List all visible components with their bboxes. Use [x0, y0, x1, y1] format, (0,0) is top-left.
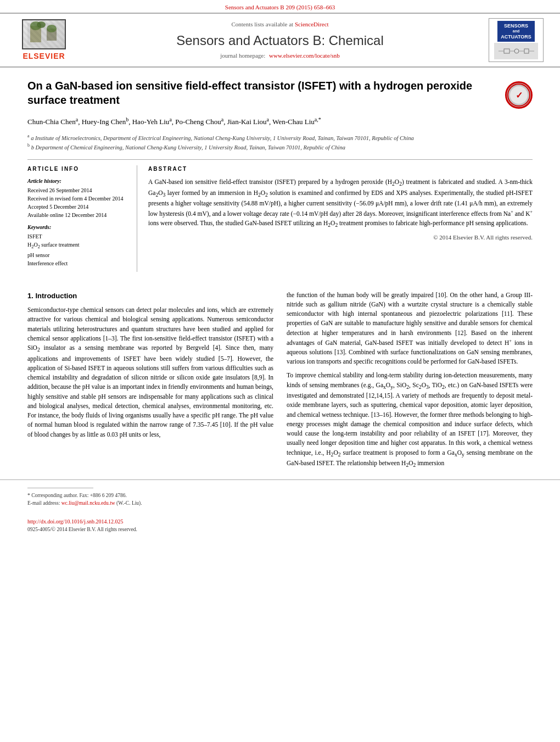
circuit-diagram — [496, 43, 537, 59]
sciencedirect-link[interactable]: ScienceDirect — [295, 21, 329, 27]
intro-paragraph-1: Semiconductor-type chemical sensors can … — [27, 305, 273, 439]
svg-rect-7 — [504, 49, 509, 53]
svg-point-9 — [514, 49, 519, 53]
doi-link[interactable]: http://dx.doi.org/10.1016/j.snb.2014.12.… — [27, 518, 124, 525]
svg-rect-1 — [30, 26, 41, 42]
affiliations: a a Institute of Microelectronics, Depar… — [27, 133, 533, 152]
footnote-section: * Corresponding author. Fax: +886 6 209 … — [0, 479, 560, 535]
abstract-text: A GaN-based ion sensitive field-effect t… — [148, 177, 533, 229]
main-content: 1. Introduction Semiconductor-type chemi… — [0, 291, 560, 475]
homepage-label: journal homepage: — [220, 52, 265, 59]
doi-line: http://dx.doi.org/10.1016/j.snb.2014.12.… — [27, 517, 533, 526]
svg-point-5 — [47, 25, 57, 32]
intro-paragraph-3: To improve chemical stability and long-t… — [287, 371, 533, 470]
abstract-title: ABSTRACT — [148, 165, 533, 173]
left-column: 1. Introduction Semiconductor-type chemi… — [27, 291, 273, 475]
svg-rect-0 — [27, 23, 60, 45]
email-label: E-mail address: — [27, 500, 61, 506]
right-column: the function of the human body will be g… — [287, 291, 533, 475]
svg-rect-4 — [47, 29, 57, 41]
footnote-corresponding-author: * Corresponding author. Fax: +886 6 209 … — [27, 492, 533, 507]
elsevier-tree-icon — [25, 20, 63, 48]
affiliation-b: b b Department of Chemical Engineering, … — [27, 142, 533, 152]
svg-point-3 — [37, 21, 46, 28]
svg-text:✓: ✓ — [516, 91, 523, 100]
section1-header: 1. Introduction — [27, 291, 273, 302]
journal-title: Sensors and Actuators B: Chemical — [82, 31, 478, 50]
homepage-url[interactable]: www.elsevier.com/locate/snb — [269, 52, 340, 59]
email-link[interactable]: wc.liu@mail.ncku.edu.tw — [61, 500, 115, 506]
journal-reference-bar: Sensors and Actuators B 209 (2015) 658–6… — [0, 0, 560, 13]
affiliation-a: a a Institute of Microelectronics, Depar… — [27, 133, 533, 142]
journal-center-info: Contents lists available at ScienceDirec… — [71, 20, 489, 60]
keywords-list: ISFET H2O2 surface treatment pH sensor I… — [27, 232, 129, 267]
page: Sensors and Actuators B 209 (2015) 658–6… — [0, 0, 560, 742]
contents-available-line: Contents lists available at ScienceDirec… — [82, 20, 478, 29]
svg-rect-11 — [524, 49, 529, 53]
history-dates: Received 26 September 2014 Received in r… — [27, 186, 129, 219]
article-info-title: ARTICLE INFO — [27, 165, 129, 173]
authors-line: Chun-Chia Chena, Huey-Ing Chenb, Hao-Yeh… — [27, 115, 533, 128]
journal-header: ELSEVIER Contents lists available at Sci… — [0, 13, 560, 68]
contents-text: Contents lists available at — [231, 21, 293, 27]
sensors-actuators-logo: SENSORS and ACTUATORS — [489, 18, 544, 62]
footnote-divider — [27, 488, 93, 488]
crossmark-icon: ✓ — [507, 83, 530, 107]
crossmark-logo: ✓ — [505, 81, 533, 109]
elsevier-brand-text: ELSEVIER — [23, 51, 65, 62]
sa-sensors-text: SENSORS — [501, 23, 531, 29]
article-info-panel: ARTICLE INFO Article history: Received 2… — [27, 165, 137, 271]
svg-point-2 — [30, 21, 41, 30]
abstract-copyright: © 2014 Elsevier B.V. All rights reserved… — [148, 233, 533, 242]
elsevier-logo-image — [22, 19, 66, 49]
sa-logo-circuit — [494, 43, 538, 59]
article-info-abstract-section: ARTICLE INFO Article history: Received 2… — [27, 159, 533, 271]
sa-logo-inner: SENSORS and ACTUATORS — [497, 21, 535, 42]
article-body: On a GaN-based ion sensitive field-effec… — [0, 68, 560, 290]
sa-actuators-text: ACTUATORS — [501, 34, 531, 40]
abstract-section: ABSTRACT A GaN-based ion sensitive field… — [148, 165, 533, 271]
journal-homepage-line: journal homepage: www.elsevier.com/locat… — [82, 52, 478, 60]
intro-paragraph-2: the function of the human body will be g… — [287, 291, 533, 367]
issn-line: 0925-4005/© 2014 Elsevier B.V. All right… — [27, 526, 533, 533]
article-title: On a GaN-based ion sensitive field-effec… — [27, 79, 505, 107]
article-title-section: On a GaN-based ion sensitive field-effec… — [27, 79, 533, 109]
history-label: Article history: — [27, 177, 129, 185]
elsevier-logo: ELSEVIER — [16, 19, 71, 62]
email-attribution: (W.-C. Liu). — [116, 500, 142, 506]
sa-and-text: and — [501, 29, 531, 34]
keywords-label: Keywords: — [27, 224, 129, 231]
journal-reference-text: Sensors and Actuators B 209 (2015) 658–6… — [225, 4, 335, 10]
